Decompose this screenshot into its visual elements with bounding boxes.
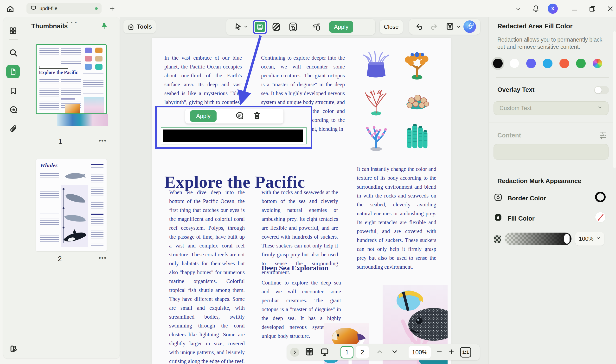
cursor-chevron-down-icon[interactable] bbox=[243, 25, 248, 30]
custom-text-select[interactable]: Custom Text bbox=[493, 101, 609, 115]
page-2-number: 2 bbox=[58, 255, 62, 263]
save-chevron-down-icon[interactable] bbox=[456, 25, 461, 30]
apply-button[interactable]: Apply bbox=[329, 21, 353, 33]
actual-size-label: 1:1 bbox=[462, 350, 469, 355]
unsaved-dot bbox=[95, 7, 98, 10]
redaction-popup-toolbar: Apply bbox=[185, 109, 283, 123]
close-window-button[interactable] bbox=[607, 5, 614, 13]
zoom-level-label: 100% bbox=[412, 349, 427, 356]
thumbnail-page-2[interactable]: Whales bbox=[36, 159, 107, 251]
zoom-in-icon[interactable] bbox=[448, 348, 455, 356]
fill-color-label: Fill Color bbox=[507, 215, 535, 222]
save-icon[interactable] bbox=[446, 22, 454, 32]
titlebar-divider bbox=[565, 5, 565, 12]
zoom-out-icon[interactable] bbox=[436, 348, 443, 356]
color-swatches-icon[interactable] bbox=[9, 345, 18, 355]
popup-apply-button[interactable]: Apply bbox=[190, 110, 217, 122]
opacity-dropdown[interactable]: 100% bbox=[575, 232, 604, 246]
sanitize-tool[interactable] bbox=[311, 22, 322, 33]
new-tab-button[interactable] bbox=[109, 5, 115, 13]
fill-color-orange[interactable] bbox=[560, 59, 569, 68]
minimize-button[interactable] bbox=[571, 8, 578, 12]
monitor-icon bbox=[30, 5, 37, 12]
section-divider bbox=[489, 123, 616, 123]
tools-icon bbox=[127, 23, 135, 30]
tools-button[interactable]: Tools bbox=[124, 20, 156, 33]
redact-text-tool-tile bbox=[255, 22, 265, 32]
opacity-slider[interactable] bbox=[504, 233, 572, 245]
thumb-text-lines bbox=[91, 168, 103, 211]
opacity-slider-knob[interactable] bbox=[564, 234, 570, 244]
opacity-checker-icon bbox=[494, 235, 501, 243]
section-subheading: Deep Sea Exploration bbox=[262, 264, 328, 272]
appearance-title: Redaction Mark Appearance bbox=[497, 177, 581, 185]
previous-page-icon[interactable] bbox=[377, 349, 383, 355]
panel-drag-handle[interactable]: • • • bbox=[66, 19, 78, 26]
thumb-subheading-bar bbox=[91, 214, 103, 215]
fill-color-none-swatch[interactable] bbox=[595, 212, 606, 222]
redact-text-tool-active[interactable] bbox=[253, 20, 267, 34]
redaction-mark[interactable] bbox=[161, 127, 307, 144]
custom-text-placeholder: Custom Text bbox=[500, 105, 532, 112]
thumbnail-page-1[interactable]: Explore the Pacific bbox=[36, 44, 107, 114]
opacity-chevron-down-icon bbox=[596, 236, 601, 241]
attachments-icon[interactable] bbox=[9, 124, 18, 134]
popup-trash-icon[interactable] bbox=[253, 111, 261, 121]
close-label: Close bbox=[384, 24, 398, 30]
fill-color-blue[interactable] bbox=[543, 59, 552, 68]
redo-icon[interactable] bbox=[430, 23, 438, 32]
fill-color-swatches bbox=[493, 59, 612, 69]
page-2-menu[interactable]: ••• bbox=[99, 254, 107, 262]
home-icon[interactable] bbox=[6, 5, 14, 14]
history-save-toolbar bbox=[409, 19, 480, 35]
next-page-icon[interactable] bbox=[392, 349, 398, 355]
comments-icon[interactable] bbox=[9, 105, 18, 115]
redacted-black-bar bbox=[163, 130, 303, 142]
restore-button[interactable] bbox=[588, 5, 596, 13]
page-2-button[interactable]: 2 bbox=[356, 346, 369, 358]
pdf-page[interactable]: In the vast embrace of our blue planet, … bbox=[152, 38, 451, 364]
redact-text-glyph bbox=[256, 23, 264, 30]
expand-panel-button[interactable] bbox=[290, 348, 299, 357]
avatar[interactable]: X bbox=[548, 4, 558, 14]
document-tab[interactable]: updf-file bbox=[27, 3, 101, 14]
thumbnails-tab-active[interactable] bbox=[6, 65, 20, 78]
rail-divider bbox=[9, 39, 18, 40]
fill-color-green[interactable] bbox=[576, 59, 586, 68]
panel-description: Redaction allows you to permanently blac… bbox=[497, 36, 608, 51]
coral-dot bbox=[95, 64, 102, 70]
presentation-icon[interactable] bbox=[320, 347, 330, 358]
popup-comment-icon[interactable] bbox=[235, 111, 244, 121]
actual-size-button[interactable]: 1:1 bbox=[460, 347, 471, 358]
bookmark-icon[interactable] bbox=[9, 87, 17, 96]
fill-color-purple[interactable] bbox=[526, 59, 536, 68]
pin-icon[interactable] bbox=[100, 22, 108, 31]
thumbnails-panel-title: Thumbnails bbox=[31, 23, 68, 30]
undo-icon[interactable] bbox=[415, 23, 423, 32]
content-input[interactable] bbox=[493, 144, 609, 159]
page-layout-icon[interactable] bbox=[305, 347, 314, 358]
overlay-text-toggle[interactable] bbox=[594, 86, 609, 94]
fill-color-black-selected[interactable] bbox=[493, 59, 503, 68]
page-1-menu[interactable]: ••• bbox=[99, 137, 107, 144]
select-cursor-icon[interactable] bbox=[234, 23, 242, 32]
zoom-level-button[interactable]: 100% bbox=[409, 346, 431, 358]
section-divider bbox=[496, 77, 609, 78]
fill-color-white[interactable] bbox=[510, 59, 519, 68]
toolbar-divider bbox=[306, 23, 306, 31]
panel-scrollbar[interactable] bbox=[613, 31, 616, 168]
ai-assistant-button[interactable] bbox=[463, 20, 476, 33]
search-redact-tool[interactable] bbox=[288, 22, 298, 33]
titlebar-chevron-down-icon[interactable] bbox=[515, 6, 521, 13]
search-icon[interactable] bbox=[9, 48, 18, 58]
content-settings-icon[interactable] bbox=[599, 131, 607, 141]
apps-grid-icon[interactable] bbox=[9, 26, 17, 36]
page-1-button[interactable]: 1 bbox=[340, 346, 353, 358]
close-button[interactable]: Close bbox=[380, 20, 403, 34]
notifications-bell-icon[interactable] bbox=[532, 5, 539, 13]
thumb-subheading-bar bbox=[91, 164, 103, 165]
redact-area-tool[interactable] bbox=[271, 22, 281, 33]
thumb-text-lines bbox=[40, 173, 59, 180]
border-color-swatch[interactable] bbox=[595, 192, 606, 202]
fill-color-rainbow[interactable] bbox=[593, 59, 602, 68]
